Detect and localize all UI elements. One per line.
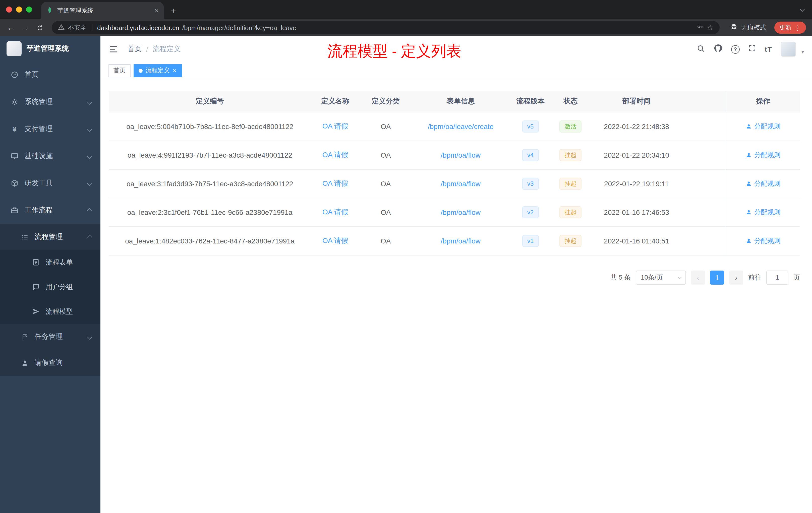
key-icon[interactable] [696, 23, 704, 32]
tag-close-icon[interactable]: × [173, 67, 176, 74]
font-size-icon[interactable]: tT [765, 45, 772, 53]
person-icon [746, 238, 752, 244]
cell-deploy-time: 2022-01-16 01:40:51 [590, 227, 683, 255]
warning-icon [58, 23, 65, 32]
goto-label: 前往 [748, 273, 761, 282]
sidebar-item-leave-query[interactable]: 请假查询 [0, 350, 100, 376]
sidebar: 芋道管理系统 首页 系统管理 ¥ 支付管 [0, 36, 100, 513]
sidebar-item-process-model[interactable]: 流程模型 [0, 299, 100, 324]
update-label: 更新 [779, 23, 791, 32]
table-row: oa_leave:3:1fad3d93-7b75-11ec-a3c8-acde4… [109, 169, 800, 198]
browser-tab[interactable]: 芋道管理系统 × [41, 2, 164, 19]
github-icon[interactable] [714, 44, 723, 55]
definition-name-link[interactable]: OA 请假 [322, 150, 348, 158]
form-icon [31, 259, 40, 266]
help-icon[interactable]: ? [731, 45, 740, 54]
definition-name-link[interactable]: OA 请假 [322, 208, 348, 216]
cell-deploy-time: 2022-01-22 19:19:11 [590, 169, 683, 198]
sidebar-item-infrastructure[interactable]: 基础设施 [0, 143, 100, 170]
table-row: oa_leave:2:3c1f0ef1-76b1-11ec-9c66-a2380… [109, 198, 800, 227]
cell-definition-id: oa_leave:3:1fad3d93-7b75-11ec-a3c8-acde4… [109, 169, 311, 198]
tag-home[interactable]: 首页 [109, 64, 130, 77]
next-page-button[interactable]: › [729, 270, 743, 284]
sidebar-item-dev-tools[interactable]: 研发工具 [0, 170, 100, 197]
sidebar-item-user-group[interactable]: 用户分组 [0, 275, 100, 299]
assign-rule-link[interactable]: 分配规则 [746, 122, 780, 131]
breadcrumb-current: 流程定义 [153, 45, 181, 54]
incognito-badge: 无痕模式 [725, 23, 771, 33]
page-number-button[interactable]: 1 [710, 270, 724, 284]
status-badge: 挂起 [559, 149, 581, 161]
browser-tab-strip: 芋道管理系统 × + [0, 0, 812, 19]
definition-name-link[interactable]: OA 请假 [322, 122, 348, 130]
close-window-button[interactable] [6, 6, 12, 12]
column-header-deploy-time: 部署时间 [590, 91, 683, 112]
incognito-icon [730, 23, 738, 33]
form-link[interactable]: /bpm/oa/flow [441, 179, 481, 187]
gear-icon [10, 98, 19, 106]
goto-page-input[interactable] [766, 270, 788, 284]
breadcrumb-home[interactable]: 首页 [127, 45, 142, 54]
version-tag: v4 [522, 149, 539, 161]
prev-page-button[interactable]: ‹ [691, 270, 705, 284]
avatar[interactable] [781, 42, 796, 57]
column-filler [683, 91, 726, 112]
forward-button[interactable]: → [19, 24, 32, 32]
minimize-window-button[interactable] [16, 6, 22, 12]
sidebar-item-process-management[interactable]: 流程管理 [0, 224, 100, 250]
reload-button[interactable] [33, 24, 47, 31]
chevron-down-icon [87, 99, 92, 104]
sidebar-item-payment-management[interactable]: ¥ 支付管理 [0, 116, 100, 143]
hamburger-icon[interactable] [109, 44, 118, 54]
definition-table: 定义编号 定义名称 定义分类 表单信息 流程版本 状态 部署时间 操作 [109, 91, 800, 255]
column-header-status: 状态 [551, 91, 590, 112]
monitor-icon [10, 152, 19, 160]
star-icon[interactable]: ☆ [707, 23, 714, 32]
back-button[interactable]: ← [4, 24, 18, 32]
assign-rule-link[interactable]: 分配规则 [746, 179, 780, 188]
breadcrumb-separator: / [146, 45, 148, 53]
goto-unit: 页 [793, 273, 800, 282]
page-size-select[interactable]: 10条/页 [636, 270, 686, 284]
address-bar[interactable]: 不安全 dashboard.yudao.iocoder.cn/bpm/manag… [52, 21, 720, 34]
sidebar-item-workflow[interactable]: 工作流程 [0, 197, 100, 224]
tag-process-definition[interactable]: 流程定义 × [134, 64, 181, 77]
fullscreen-icon[interactable] [748, 44, 756, 54]
form-link[interactable]: /bpm/oa/flow [441, 208, 481, 216]
app-logo: 芋道管理系统 [0, 36, 100, 61]
search-icon[interactable] [696, 44, 705, 55]
sidebar-item-task-management[interactable]: 任务管理 [0, 324, 100, 350]
briefcase-icon [10, 206, 19, 214]
window-controls [0, 0, 38, 19]
form-link[interactable]: /bpm/oa/flow [441, 151, 481, 159]
app-title: 芋道管理系统 [27, 44, 69, 53]
assign-rule-link[interactable]: 分配规则 [746, 150, 780, 159]
cell-deploy-time: 2022-01-22 21:48:38 [590, 112, 683, 141]
sidebar-item-home[interactable]: 首页 [0, 61, 100, 88]
update-button[interactable]: 更新 ⋮ [774, 22, 806, 34]
form-link[interactable]: /bpm/oa/flow [441, 237, 481, 245]
maximize-window-button[interactable] [26, 6, 32, 12]
menu-dots-icon[interactable]: ⋮ [794, 24, 801, 31]
avatar-caret-down-icon[interactable]: ▾ [802, 49, 804, 57]
sidebar-item-system-management[interactable]: 系统管理 [0, 88, 100, 116]
cell-definition-id: oa_leave:2:3c1f0ef1-76b1-11ec-9c66-a2380… [109, 198, 311, 227]
browser-toolbar: ← → 不安全 dashboard.yudao.iocoder.cn/bpm/m… [0, 19, 812, 36]
new-tab-button[interactable]: + [171, 6, 176, 16]
column-header-definition-name: 定义名称 [311, 91, 360, 112]
table-row: oa_leave:5:004b710b-7b8a-11ec-8ef0-acde4… [109, 112, 800, 141]
tab-close-icon[interactable]: × [155, 6, 159, 14]
tab-list-chevron-down-icon[interactable] [801, 4, 804, 13]
definition-name-link[interactable]: OA 请假 [322, 236, 348, 244]
form-link[interactable]: /bpm/oa/leave/create [428, 122, 494, 130]
definition-name-link[interactable]: OA 请假 [322, 179, 348, 187]
status-badge: 挂起 [559, 235, 581, 247]
sidebar-item-process-form[interactable]: 流程表单 [0, 250, 100, 275]
status-badge: 激活 [559, 120, 581, 132]
assign-rule-link[interactable]: 分配规则 [746, 208, 780, 217]
assign-rule-link[interactable]: 分配规则 [746, 236, 780, 245]
cell-category: OA [360, 169, 411, 198]
column-header-form-info: 表单信息 [411, 91, 510, 112]
active-dot [139, 68, 143, 72]
cell-definition-id: oa_leave:5:004b710b-7b8a-11ec-8ef0-acde4… [109, 112, 311, 141]
